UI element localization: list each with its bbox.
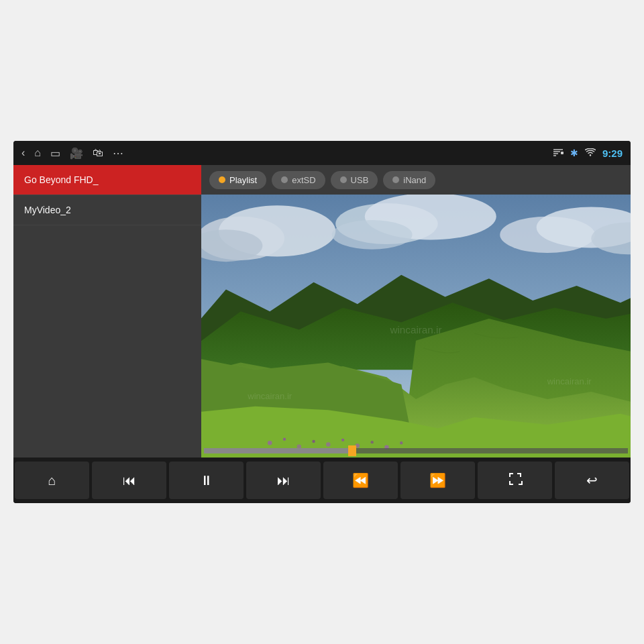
prev-icon: ⏮ xyxy=(123,473,136,488)
svg-point-19 xyxy=(283,438,286,441)
svg-text:wincairan.ir: wincairan.ir xyxy=(547,376,592,386)
video-thumbnail: wincairan.ir wincairan.ir wincairan.ir xyxy=(201,195,631,458)
svg-point-25 xyxy=(370,441,373,443)
playlist-item-1[interactable]: Go Beyond FHD_ xyxy=(13,165,201,195)
more-nav-icon[interactable]: ⋯ xyxy=(113,147,123,160)
back-nav-icon[interactable]: ‹ xyxy=(21,147,25,159)
tab-playlist-dot xyxy=(219,176,225,183)
fullscreen-icon xyxy=(508,472,523,490)
progress-thumb xyxy=(348,445,356,456)
video-area: Playlist extSD USB iNand xyxy=(201,165,631,458)
next-button[interactable]: ⏭ xyxy=(246,462,321,499)
source-tabs: Playlist extSD USB iNand xyxy=(201,165,631,195)
home-icon: ⌂ xyxy=(48,473,56,488)
svg-rect-0 xyxy=(561,152,564,154)
wifi-icon xyxy=(585,148,596,158)
recents-nav-icon[interactable]: ▭ xyxy=(50,147,60,160)
pause-icon: ⏸ xyxy=(200,473,213,488)
svg-text:wincairan.ir: wincairan.ir xyxy=(389,324,441,335)
tab-usb-dot xyxy=(340,176,347,183)
tab-playlist-label: Playlist xyxy=(229,175,257,185)
progress-bar[interactable] xyxy=(204,448,628,453)
device-frame: ‹ ⌂ ▭ 🎥 🛍 ⋯ ✱ xyxy=(13,141,631,503)
cast-icon xyxy=(553,148,564,159)
home-nav-icon[interactable]: ⌂ xyxy=(34,147,41,159)
playlist-panel: Go Beyond FHD_ MyVideo_2 xyxy=(13,165,201,458)
tab-extsd-dot xyxy=(281,176,288,183)
controls-bar: ⌂ ⏮ ⏸ ⏭ ⏪ ⏩ ↩ xyxy=(13,458,631,503)
svg-point-8 xyxy=(332,220,413,250)
back-icon: ↩ xyxy=(586,472,598,488)
fast-forward-button[interactable]: ⏩ xyxy=(400,462,475,499)
home-button[interactable]: ⌂ xyxy=(15,462,89,499)
tab-playlist[interactable]: Playlist xyxy=(209,171,266,189)
tab-usb[interactable]: USB xyxy=(331,171,378,189)
playlist-item-2[interactable]: MyVideo_2 xyxy=(13,195,201,225)
status-bar: ‹ ⌂ ▭ 🎥 🛍 ⋯ ✱ xyxy=(13,141,631,165)
bag-nav-icon[interactable]: 🛍 xyxy=(93,147,103,159)
bluetooth-icon: ✱ xyxy=(570,148,578,158)
pause-button[interactable]: ⏸ xyxy=(169,462,244,499)
fullscreen-button[interactable] xyxy=(478,462,552,499)
tab-usb-label: USB xyxy=(351,175,369,185)
svg-point-27 xyxy=(400,441,402,444)
nav-icons: ‹ ⌂ ▭ 🎥 🛍 ⋯ xyxy=(21,147,123,160)
svg-text:wincairan.ir: wincairan.ir xyxy=(247,391,292,401)
svg-point-22 xyxy=(326,442,331,447)
svg-point-23 xyxy=(341,439,344,441)
tab-inand-dot xyxy=(392,176,399,183)
svg-point-18 xyxy=(268,441,272,445)
svg-point-21 xyxy=(312,440,315,443)
tab-inand[interactable]: iNand xyxy=(383,171,435,189)
main-area: Go Beyond FHD_ MyVideo_2 Playlist extSD … xyxy=(13,165,631,458)
camera-nav-icon[interactable]: 🎥 xyxy=(70,147,83,160)
back-button[interactable]: ↩ xyxy=(555,462,629,499)
tab-inand-label: iNand xyxy=(403,175,426,185)
tab-extsd[interactable]: extSD xyxy=(272,171,325,189)
progress-fill xyxy=(204,448,352,453)
rewind-button[interactable]: ⏪ xyxy=(323,462,398,499)
time-display: 9:29 xyxy=(602,148,623,159)
svg-point-1 xyxy=(590,154,591,156)
rewind-icon: ⏪ xyxy=(352,472,369,488)
status-bar-right: ✱ 9:29 xyxy=(553,148,623,159)
fast-forward-icon: ⏩ xyxy=(429,472,446,488)
video-player[interactable]: wincairan.ir wincairan.ir wincairan.ir xyxy=(201,195,631,458)
next-icon: ⏭ xyxy=(277,473,290,488)
prev-button[interactable]: ⏮ xyxy=(92,462,166,499)
tab-extsd-label: extSD xyxy=(292,175,315,185)
